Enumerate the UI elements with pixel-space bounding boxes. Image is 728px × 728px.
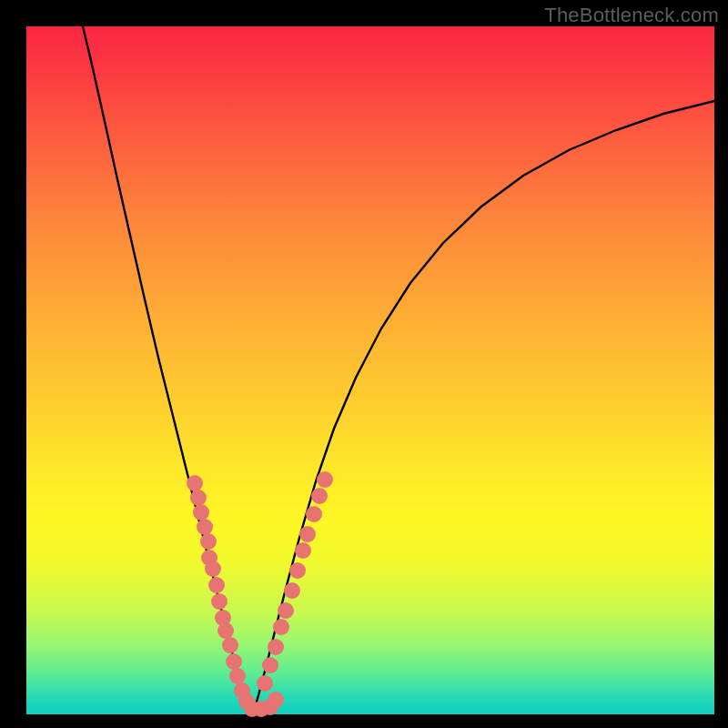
data-dot bbox=[226, 653, 242, 670]
data-dots bbox=[187, 471, 333, 717]
data-dot bbox=[295, 542, 311, 559]
data-dot bbox=[317, 471, 333, 488]
data-dot bbox=[268, 639, 284, 655]
data-dot bbox=[208, 577, 225, 593]
data-dot bbox=[268, 692, 284, 708]
data-dot bbox=[187, 475, 203, 491]
chart-frame: TheBottleneck.com bbox=[0, 0, 728, 728]
data-dot bbox=[284, 582, 300, 599]
data-dot bbox=[205, 561, 221, 577]
chart-svg bbox=[26, 26, 714, 714]
data-dot bbox=[222, 637, 238, 653]
data-dot bbox=[278, 602, 294, 619]
data-dot bbox=[257, 675, 273, 692]
data-dot bbox=[306, 506, 322, 522]
watermark-text: TheBottleneck.com bbox=[544, 4, 719, 27]
data-dot bbox=[190, 490, 207, 506]
right-curve bbox=[253, 101, 714, 714]
data-dot bbox=[229, 668, 246, 684]
data-dot bbox=[200, 533, 217, 550]
data-dot bbox=[299, 526, 316, 542]
data-dot bbox=[217, 622, 234, 639]
data-dot bbox=[262, 657, 278, 673]
data-dot bbox=[211, 593, 228, 610]
data-dot bbox=[289, 562, 306, 579]
data-dot bbox=[197, 519, 213, 535]
data-dot bbox=[273, 619, 289, 635]
data-dot bbox=[193, 504, 209, 521]
data-dot bbox=[311, 488, 328, 504]
